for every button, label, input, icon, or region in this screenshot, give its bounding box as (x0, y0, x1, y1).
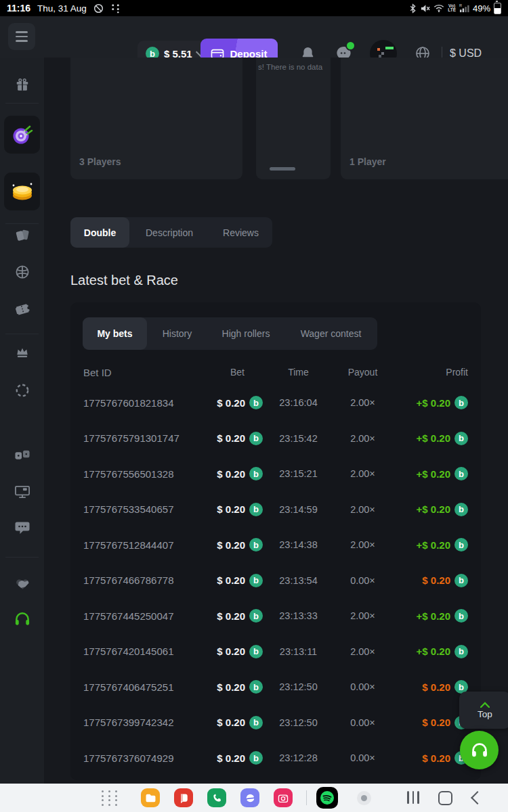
coin-icon: b (249, 467, 263, 480)
table-row[interactable]: 1775767512844407 $ 0.20b 23:14:38 2.00× … (70, 527, 481, 563)
bet-payout: 0.00× (334, 681, 391, 692)
bonus-dashed-circle-icon[interactable] (14, 382, 30, 399)
bet-payout: 2.00× (334, 646, 391, 657)
coin-icon: b (249, 503, 263, 516)
versus-panels-icon[interactable] (14, 447, 30, 463)
bet-time: 23:13:11 (263, 646, 334, 657)
game-card-middle[interactable]: s! There is no data (256, 58, 331, 179)
sports-basketball-icon[interactable] (14, 264, 30, 280)
bet-id: 1775767399742342 (83, 717, 200, 728)
sidebar-divider (5, 334, 39, 334)
battery-percent: 49% (473, 3, 490, 14)
table-row[interactable]: 1775767399742342 $ 0.20b 23:12:50 0.00× … (70, 705, 481, 741)
browser-app-icon[interactable] (240, 788, 259, 807)
sidebar (0, 58, 44, 784)
table-row[interactable]: 1775767556501328 $ 0.20b 23:15:21 2.00× … (70, 456, 481, 492)
sidebar-item-dart-game[interactable] (4, 116, 40, 154)
bet-id: 1775767466786778 (83, 574, 200, 586)
nav-recents-button[interactable] (407, 791, 419, 804)
game-card-left[interactable]: 3 Players (70, 58, 242, 179)
coin-icon: b (249, 396, 263, 409)
phone-app-icon[interactable] (207, 788, 226, 807)
coin-icon: b (454, 645, 468, 658)
gold-coins-icon (9, 181, 35, 202)
bet-payout: 2.00× (334, 397, 391, 408)
tab-reviews[interactable]: Reviews (209, 217, 272, 248)
table-row[interactable]: 1775767376074929 $ 0.20b 23:12:28 0.00× … (70, 740, 481, 776)
bet-amount: $ 0.20b (205, 503, 263, 516)
casino-cards-icon[interactable] (14, 227, 30, 243)
bet-payout: 2.00× (334, 468, 391, 479)
scroll-to-top-button[interactable]: Top (459, 692, 508, 729)
camera-app-icon[interactable] (274, 788, 293, 807)
volte-icon: Vo) LTE (448, 4, 456, 13)
table-row[interactable]: 1775767601821834 $ 0.20b 23:16:04 2.00× … (70, 385, 481, 421)
bet-profit: +$ 0.20b (391, 396, 468, 409)
hamburger-menu-button[interactable] (8, 23, 35, 50)
sidebar-divider (5, 103, 39, 104)
tab-wager-contest[interactable]: Wager contest (284, 317, 377, 350)
affiliate-handshake-icon[interactable] (14, 576, 30, 591)
bet-amount: $ 0.20b (205, 467, 263, 480)
support-fab[interactable] (460, 731, 499, 769)
bet-time: 23:16:04 (263, 397, 334, 408)
coin-icon: b (454, 467, 468, 480)
forum-chat-icon[interactable] (14, 520, 30, 535)
coin-icon: b (454, 432, 468, 445)
no-data-text: s! There is no data (256, 63, 331, 71)
coin-icon: b (454, 538, 468, 551)
coin-icon: b (249, 645, 263, 658)
blocked-notification-icon (93, 3, 104, 14)
bet-amount: $ 0.20b (205, 538, 263, 551)
sidebar-divider (5, 557, 39, 558)
files-app-icon[interactable] (141, 788, 160, 807)
tab-history[interactable]: History (147, 317, 207, 350)
sidebar-divider (5, 223, 39, 224)
red-app-icon[interactable] (174, 788, 193, 807)
gift-icon[interactable] (15, 78, 30, 93)
app-drawer-button[interactable] (102, 790, 119, 805)
live-stream-monitor-icon[interactable] (14, 484, 30, 499)
coin-icon: b (454, 396, 468, 409)
tab-my-bets[interactable]: My bets (83, 317, 147, 350)
bet-id: 1775767376074929 (83, 752, 200, 764)
bet-profit: +$ 0.20b (391, 538, 468, 551)
sidebar-item-coins[interactable] (4, 173, 40, 210)
table-row[interactable]: 1775767466786778 $ 0.20b 23:13:54 0.00× … (70, 563, 481, 599)
coin-icon: b (249, 716, 263, 729)
bet-amount: $ 0.20b (205, 574, 263, 587)
main-content: 3 Players s! There is no data 1 Player D… (44, 58, 508, 784)
bet-amount: $ 0.20b (205, 716, 263, 729)
bet-id: 17757675791301747 (83, 432, 200, 444)
bluetooth-icon (409, 3, 417, 14)
vip-crown-icon[interactable] (14, 344, 30, 360)
support-headphones-icon[interactable] (14, 611, 30, 627)
tab-description[interactable]: Description (129, 217, 209, 248)
table-row[interactable]: 1775767420145061 $ 0.20b 23:13:11 2.00× … (70, 634, 481, 670)
bet-payout: 2.00× (334, 504, 391, 515)
col-bet-id: Bet ID (83, 367, 200, 378)
bet-amount: $ 0.20b (205, 609, 263, 623)
tab-double[interactable]: Double (70, 217, 129, 248)
bet-time: 23:12:50 (263, 681, 334, 692)
game-card-right[interactable]: 1 Player (341, 58, 508, 179)
spotify-app-icon[interactable] (316, 787, 338, 809)
recent-app-icon[interactable] (357, 791, 371, 805)
table-row[interactable]: 1775767445250047 $ 0.20b 23:13:33 2.00× … (70, 598, 481, 634)
bet-time: 23:13:33 (263, 610, 334, 621)
lottery-ticket-icon[interactable] (14, 301, 30, 317)
bet-profit: +$ 0.20b (391, 645, 468, 658)
tab-high-rollers[interactable]: High rollers (207, 317, 284, 350)
bet-payout: 2.00× (334, 433, 391, 444)
table-row[interactable]: 1775767533540657 $ 0.20b 23:14:59 2.00× … (70, 492, 481, 528)
coin-icon: b (249, 609, 263, 623)
nav-home-button[interactable] (438, 791, 452, 805)
table-row[interactable]: 17757675791301747 $ 0.20b 23:15:42 2.00×… (70, 421, 481, 457)
progress-bar[interactable] (270, 167, 295, 171)
notification-dots-icon (110, 3, 121, 14)
signal-strength-icon: R (459, 3, 469, 13)
bet-id: 1775767406475251 (83, 681, 200, 693)
coin-icon: b (454, 574, 468, 587)
nav-back-button[interactable] (471, 791, 484, 805)
table-row[interactable]: 1775767406475251 $ 0.20b 23:12:50 0.00× … (70, 669, 481, 705)
